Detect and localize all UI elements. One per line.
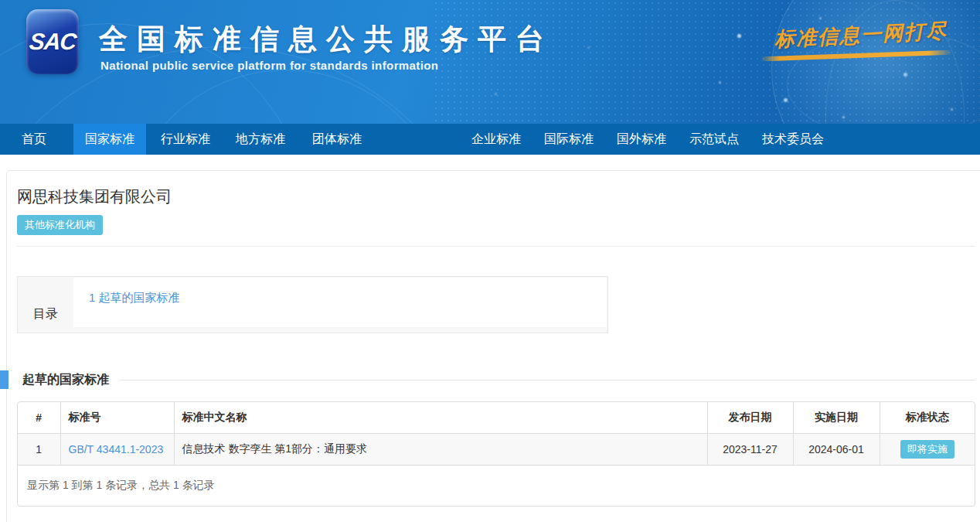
table-record-summary: 显示第 1 到第 1 条记录，总共 1 条记录 [18,466,975,506]
cell-implement-date: 2024-06-01 [793,434,880,466]
section-divider-line [120,380,975,380]
nav-item-enterprise-standards[interactable]: 企业标准 [460,124,533,155]
col-header-publish-date: 发布日期 [707,402,793,434]
toc-body: 1 起草的国家标准 [73,278,607,327]
section-marker [0,370,9,389]
cell-standard-number: GB/T 43441.1-2023 [60,434,174,466]
site-title: 全国标准信息公共服务平台 [99,20,553,59]
toc-link-drafted-national-standards[interactable]: 1 起草的国家标准 [89,291,180,304]
col-header-implement-date: 实施日期 [793,402,880,434]
cell-publish-date: 2023-11-27 [707,434,793,466]
cell-status: 即将实施 [880,434,975,466]
table-row: 1 GB/T 43441.1-2023 信息技术 数字孪生 第1部分：通用要求 … [18,434,975,466]
organization-header: 网思科技集团有限公司 其他标准化机构 [17,186,975,247]
nav-item-international-standards[interactable]: 国际标准 [533,124,605,155]
content-card: 网思科技集团有限公司 其他标准化机构 目录 1 起草的国家标准 起草的国家标准 … [6,170,980,522]
main-nav: 首页 国家标准 行业标准 地方标准 团体标准 企业标准 国际标准 国外标准 示范… [0,124,980,155]
organization-name: 网思科技集团有限公司 [17,186,975,207]
sparkle-dots-decoration [0,0,2,2]
sac-logo[interactable]: SAC [26,9,79,74]
section-header: 起草的国家标准 [17,370,975,389]
nav-item-home[interactable]: 首页 [10,124,58,155]
site-header: SAC 全国标准信息公共服务平台 National public service… [0,0,980,124]
nav-item-local-standards[interactable]: 地方标准 [224,124,297,155]
site-subtitle: National public service platform for sta… [100,59,438,72]
table-header-row: # 标准号 标准中文名称 发布日期 实施日期 标准状态 [18,402,975,434]
organization-type-badge: 其他标准化机构 [17,215,103,235]
section-title: 起草的国家标准 [22,372,109,388]
col-header-standard-number: 标准号 [60,402,174,434]
toc-box: 目录 1 起草的国家标准 [17,276,608,333]
standard-number-link[interactable]: GB/T 43441.1-2023 [69,443,164,455]
nav-item-group-standards[interactable]: 团体标准 [301,124,373,155]
nav-item-technical-committees[interactable]: 技术委员会 [750,124,835,155]
sac-logo-text: SAC [28,29,77,55]
cell-chinese-name: 信息技术 数字孪生 第1部分：通用要求 [174,434,707,466]
nav-item-foreign-standards[interactable]: 国外标准 [605,124,678,155]
page-gap [0,155,980,170]
col-header-chinese-name: 标准中文名称 [174,402,707,434]
standards-table: # 标准号 标准中文名称 发布日期 实施日期 标准状态 1 GB/T 43441… [18,402,975,466]
nav-item-national-standards[interactable]: 国家标准 [73,124,146,155]
standards-table-container: # 标准号 标准中文名称 发布日期 实施日期 标准状态 1 GB/T 43441… [17,401,975,507]
status-badge: 即将实施 [900,440,954,459]
col-header-index: # [18,402,60,434]
nav-item-pilot-programs[interactable]: 示范试点 [678,124,750,155]
toc-label: 目录 [18,277,73,333]
col-header-status: 标准状态 [880,402,975,434]
nav-item-industry-standards[interactable]: 行业标准 [149,124,222,155]
cell-index: 1 [18,434,60,466]
